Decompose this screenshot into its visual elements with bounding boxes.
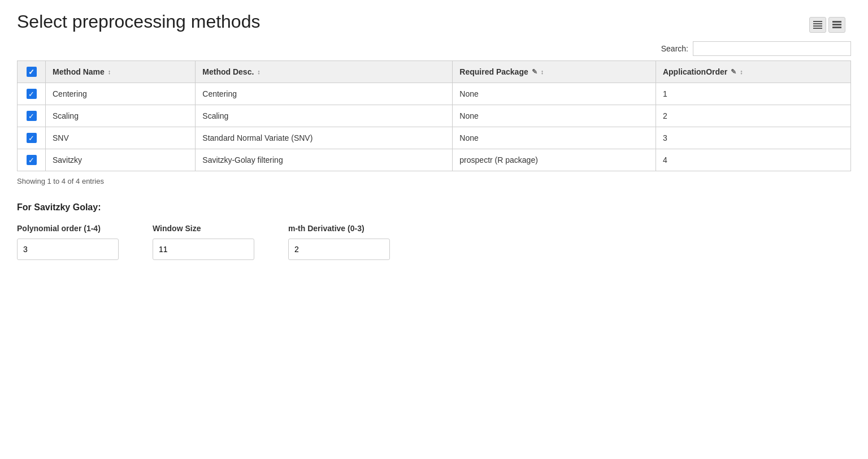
mth-derivative-spinner-wrapper: ▲ ▼ xyxy=(288,239,390,260)
row-checkbox-3[interactable]: ✓ xyxy=(27,155,37,165)
required-package-edit-icon[interactable]: ✎ xyxy=(532,68,537,76)
row-checkbox-cell: ✓ xyxy=(18,149,46,171)
row-checkmark-0: ✓ xyxy=(28,90,34,98)
method-desc-label: Method Desc. xyxy=(202,67,254,76)
required-package-label: Required Package xyxy=(459,67,528,76)
row-method-name-3: Savitzky xyxy=(46,149,196,171)
spinner-group-0: Polynomial order (1-4) ▲ ▼ xyxy=(17,224,119,260)
row-checkbox-cell: ✓ xyxy=(18,83,46,105)
row-application-order-3: 4 xyxy=(656,149,850,171)
top-right-toolbar xyxy=(809,17,845,33)
method-name-label: Method Name xyxy=(53,67,105,76)
row-method-desc-3: Savitzky-Golay filtering xyxy=(196,149,453,171)
svg-rect-3 xyxy=(813,28,822,29)
svg-rect-0 xyxy=(813,21,822,22)
row-method-name-1: Scaling xyxy=(46,105,196,127)
row-required-package-2: None xyxy=(453,127,656,149)
row-checkmark-3: ✓ xyxy=(28,157,34,164)
search-label: Search: xyxy=(661,44,688,53)
row-required-package-1: None xyxy=(453,105,656,127)
row-checkmark-2: ✓ xyxy=(28,135,34,142)
spinner-group-1: Window Size ▲ ▼ xyxy=(153,224,254,260)
svg-rect-2 xyxy=(813,25,822,27)
row-checkbox-1[interactable]: ✓ xyxy=(27,111,37,121)
header-checkbox-col: ✓ xyxy=(18,61,46,83)
header-required-package: Required Package ✎ ↕ xyxy=(453,61,656,83)
row-application-order-1: 2 xyxy=(656,105,850,127)
svg-rect-6 xyxy=(832,27,841,28)
row-checkbox-cell: ✓ xyxy=(18,105,46,127)
row-required-package-0: None xyxy=(453,83,656,105)
table-row: ✓ Savitzky Savitzky-Golay filtering pros… xyxy=(18,149,851,171)
method-name-sort-icon[interactable]: ↕ xyxy=(108,69,111,75)
header-method-name: Method Name ↕ xyxy=(46,61,196,83)
svg-rect-1 xyxy=(813,23,822,24)
savitzky-title: For Savitzky Golay: xyxy=(17,202,851,213)
mth-derivative-spinner[interactable] xyxy=(289,241,390,257)
spinner-label-0: Polynomial order (1-4) xyxy=(17,224,119,233)
application-order-label: ApplicationOrder xyxy=(663,67,727,76)
required-package-sort-icon[interactable]: ↕ xyxy=(541,69,544,75)
row-method-desc-1: Scaling xyxy=(196,105,453,127)
header-method-desc: Method Desc. ↕ xyxy=(196,61,453,83)
row-application-order-0: 1 xyxy=(656,83,850,105)
svg-rect-5 xyxy=(832,24,841,25)
spinners-row: Polynomial order (1-4) ▲ ▼ Window Size ▲… xyxy=(17,224,851,260)
row-checkbox-cell: ✓ xyxy=(18,127,46,149)
header-checkbox[interactable]: ✓ xyxy=(27,67,37,77)
table-body: ✓ Centering Centering None 1 ✓ Scaling S… xyxy=(18,83,851,171)
compact-list-button[interactable] xyxy=(809,17,826,33)
row-required-package-3: prospectr (R package) xyxy=(453,149,656,171)
full-list-button[interactable] xyxy=(828,17,845,33)
search-input[interactable] xyxy=(693,41,851,56)
savitzky-section: For Savitzky Golay: Polynomial order (1-… xyxy=(17,202,851,260)
spinner-label-2: m-th Derivative (0-3) xyxy=(288,224,390,233)
row-method-desc-0: Centering xyxy=(196,83,453,105)
svg-rect-4 xyxy=(832,21,841,23)
window-size-spinner[interactable] xyxy=(153,241,254,257)
spinner-group-2: m-th Derivative (0-3) ▲ ▼ xyxy=(288,224,390,260)
search-bar: Search: xyxy=(17,41,851,56)
row-method-name-0: Centering xyxy=(46,83,196,105)
showing-info: Showing 1 to 4 of 4 entries xyxy=(17,177,851,185)
row-checkbox-0[interactable]: ✓ xyxy=(27,89,37,99)
method-desc-sort-icon[interactable]: ↕ xyxy=(257,69,261,75)
application-order-edit-icon[interactable]: ✎ xyxy=(731,68,736,76)
polynomial-order-spinner[interactable] xyxy=(18,241,119,257)
table-row: ✓ Scaling Scaling None 2 xyxy=(18,105,851,127)
page-title: Select preprocessing methods xyxy=(17,11,851,32)
row-checkmark-1: ✓ xyxy=(28,112,34,120)
header-checkmark: ✓ xyxy=(28,68,34,76)
row-checkbox-2[interactable]: ✓ xyxy=(27,133,37,143)
table-header-row: ✓ Method Name ↕ Method Desc. ↕ xyxy=(18,61,851,83)
window-size-spinner-wrapper: ▲ ▼ xyxy=(153,239,254,260)
row-application-order-2: 3 xyxy=(656,127,850,149)
methods-table: ✓ Method Name ↕ Method Desc. ↕ xyxy=(17,60,851,171)
row-method-desc-2: Standard Normal Variate (SNV) xyxy=(196,127,453,149)
table-row: ✓ SNV Standard Normal Variate (SNV) None… xyxy=(18,127,851,149)
application-order-sort-icon[interactable]: ↕ xyxy=(740,69,743,75)
table-row: ✓ Centering Centering None 1 xyxy=(18,83,851,105)
polynomial-order-spinner-wrapper: ▲ ▼ xyxy=(17,239,119,260)
spinner-label-1: Window Size xyxy=(153,224,254,233)
row-method-name-2: SNV xyxy=(46,127,196,149)
header-application-order: ApplicationOrder ✎ ↕ xyxy=(656,61,850,83)
